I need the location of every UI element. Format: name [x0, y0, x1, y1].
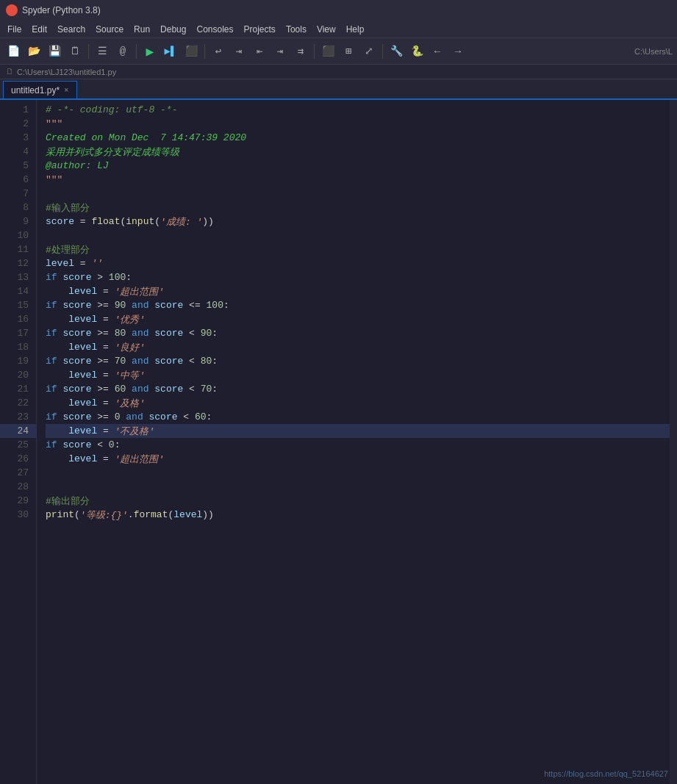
code-line-22: level = '及格': [46, 396, 670, 410]
breadcrumb-icon: 🗋: [6, 67, 14, 76]
menu-edit[interactable]: Edit: [27, 23, 51, 36]
menu-consoles[interactable]: Consoles: [192, 23, 237, 36]
code-line-15: if score >= 90 and score <= 100 :: [46, 298, 670, 312]
line-num-26: 26: [0, 452, 36, 466]
code-desc: 采用并列式多分支评定成绩等级: [46, 145, 179, 159]
menu-run[interactable]: Run: [129, 23, 154, 36]
next-button[interactable]: ⇥: [230, 43, 248, 60]
breadcrumb: 🗋 C:\Users\LJ123\untitled1.py: [0, 65, 677, 79]
debug-button[interactable]: ⬛: [182, 43, 200, 60]
menu-source[interactable]: Source: [91, 23, 128, 36]
code-line-14: level = '超出范围': [46, 284, 670, 298]
menu-projects[interactable]: Projects: [240, 23, 280, 36]
line-num-14: 14: [0, 284, 36, 298]
back-button[interactable]: ←: [429, 43, 446, 60]
code-line-20: level = '中等': [46, 368, 670, 382]
code-line-5: @author: LJ: [46, 159, 670, 173]
vertical-scrollbar[interactable]: [670, 100, 677, 784]
menu-tools[interactable]: Tools: [282, 23, 311, 36]
tab-label: untitled1.py*: [11, 85, 60, 96]
line-num-13: 13: [0, 270, 36, 284]
line-num-24: 24: [0, 424, 36, 438]
line-num-17: 17: [0, 326, 36, 340]
line-num-18: 18: [0, 340, 36, 354]
code-line-17: if score >= 80 and score < 90 :: [46, 326, 670, 340]
line-num-30: 30: [0, 508, 36, 522]
code-line-28: [46, 480, 670, 494]
code-comment-1: # -*- coding: utf-8 -*-: [46, 104, 177, 115]
code-line-26: level = '超出范围': [46, 452, 670, 466]
menu-bar: File Edit Search Source Run Debug Consol…: [0, 21, 677, 38]
line-num-8: 8: [0, 201, 36, 215]
code-line-18: level = '良好': [46, 340, 670, 354]
code-line-23: if score >= 0 and score < 60 :: [46, 410, 670, 424]
python-button[interactable]: 🐍: [408, 43, 426, 60]
code-line-7: [46, 187, 670, 201]
menu-file[interactable]: File: [3, 23, 26, 36]
fullscreen-button[interactable]: ⤢: [360, 43, 378, 60]
code-line-10: [46, 229, 670, 242]
line-num-20: 20: [0, 368, 36, 382]
code-docstring-open: """: [46, 118, 62, 129]
line-num-25: 25: [0, 438, 36, 452]
code-line-9: score = float ( input ( '成绩: ' )): [46, 215, 670, 229]
line-num-19: 19: [0, 354, 36, 368]
menu-help[interactable]: Help: [342, 23, 369, 36]
code-line-6: """: [46, 173, 670, 187]
code-line-25: if score < 0 :: [46, 438, 670, 452]
line-num-2: 2: [0, 117, 36, 131]
menu-debug[interactable]: Debug: [156, 23, 190, 36]
open-file-button[interactable]: 📂: [25, 43, 43, 60]
preferences-button[interactable]: ☰: [93, 43, 111, 60]
line-num-27: 27: [0, 466, 36, 480]
file-path: C:\Users\L: [476, 47, 673, 56]
toolbar-separator-1: [88, 44, 89, 59]
save-as-button[interactable]: 🗒: [66, 43, 84, 60]
outdent-button[interactable]: ⇥: [271, 43, 289, 60]
line-num-12: 12: [0, 256, 36, 270]
forward-button[interactable]: →: [449, 43, 467, 60]
code-line-19: if score >= 70 and score < 80 :: [46, 354, 670, 368]
editor-tab[interactable]: untitled1.py* ×: [3, 81, 77, 98]
line-num-9: 9: [0, 215, 36, 229]
tab-bar: untitled1.py* ×: [0, 79, 677, 100]
run-button[interactable]: ▶: [141, 43, 159, 60]
indent-button[interactable]: ⇤: [251, 43, 268, 60]
line-num-7: 7: [0, 187, 36, 201]
step-button[interactable]: ↩: [209, 43, 227, 60]
code-area[interactable]: # -*- coding: utf-8 -*- """ Created on M…: [37, 100, 670, 784]
continue-button[interactable]: ⇉: [292, 43, 309, 60]
code-line-29: #输出部分: [46, 494, 670, 508]
run-cell-button[interactable]: ▶▌: [162, 43, 179, 60]
line-num-15: 15: [0, 298, 36, 312]
code-var-score: score: [46, 216, 74, 227]
line-num-21: 21: [0, 382, 36, 396]
new-file-button[interactable]: 📄: [4, 43, 22, 60]
toolbar-separator-3: [204, 44, 205, 59]
code-line-11: #处理部分: [46, 242, 670, 256]
code-comment-8: #输入部分: [46, 201, 90, 215]
title-bar: Spyder (Python 3.8): [0, 0, 677, 21]
toolbar-separator-2: [136, 44, 137, 59]
line-num-6: 6: [0, 173, 36, 187]
maximize-button[interactable]: ⊞: [340, 43, 357, 60]
line-num-5: 5: [0, 159, 36, 173]
line-num-10: 10: [0, 229, 36, 242]
code-docstring-close: """: [46, 174, 62, 185]
app-title: Spyder (Python 3.8): [22, 5, 101, 15]
stop-button[interactable]: ⬛: [319, 43, 337, 60]
line-num-22: 22: [0, 396, 36, 410]
tools-button[interactable]: 🔧: [387, 43, 405, 60]
toolbar: 📄 📂 💾 🗒 ☰ @ ▶ ▶▌ ⬛ ↩ ⇥ ⇤ ⇥ ⇉ ⬛ ⊞ ⤢ 🔧 🐍 ←…: [0, 38, 677, 65]
code-line-1: # -*- coding: utf-8 -*-: [46, 103, 670, 117]
toolbar-separator-4: [314, 44, 315, 59]
line-num-1: 1: [0, 103, 36, 117]
line-num-4: 4: [0, 145, 36, 159]
menu-view[interactable]: View: [312, 23, 340, 36]
menu-search[interactable]: Search: [53, 23, 90, 36]
code-author: @author: LJ: [46, 160, 109, 171]
save-button[interactable]: 💾: [46, 43, 63, 60]
tab-close-button[interactable]: ×: [64, 86, 69, 95]
code-line-27: [46, 466, 670, 480]
at-button[interactable]: @: [114, 43, 132, 60]
